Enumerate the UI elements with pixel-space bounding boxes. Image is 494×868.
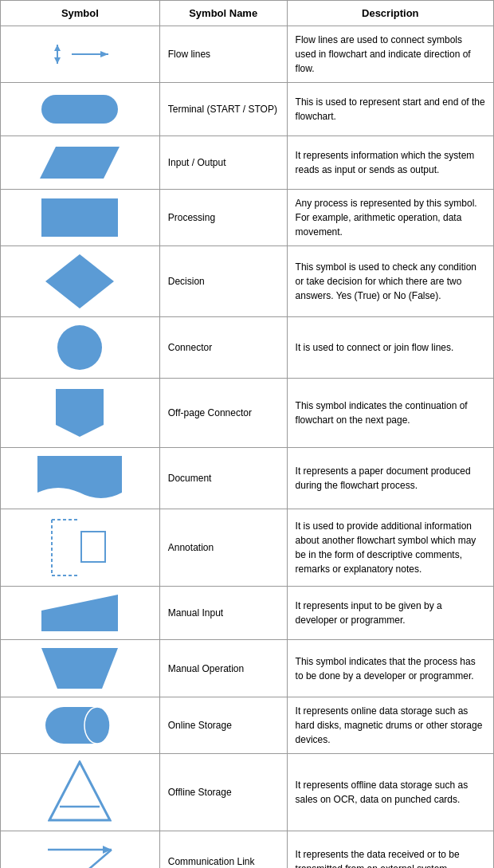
svg-marker-17 bbox=[41, 648, 118, 689]
table-row: Off-page ConnectorThis symbol indicates … bbox=[1, 379, 494, 448]
symbol-desc-online-storage: It represents online data storage such a… bbox=[287, 697, 493, 754]
svg-marker-9 bbox=[45, 254, 114, 308]
symbol-name-decision: Decision bbox=[159, 246, 287, 317]
table-row: Offline StorageIt represents offline dat… bbox=[1, 754, 494, 831]
symbol-name-document: Document bbox=[159, 448, 287, 509]
symbol-desc-processing: Any process is represented by this symbo… bbox=[287, 190, 493, 246]
svg-line-25 bbox=[84, 850, 112, 868]
symbol-cell-communication-link bbox=[1, 831, 160, 869]
symbol-cell-terminal bbox=[1, 83, 160, 136]
symbol-desc-offline-storage: It represents offline data storage such … bbox=[287, 754, 493, 831]
svg-rect-15 bbox=[81, 532, 105, 562]
symbol-name-processing: Processing bbox=[159, 190, 287, 246]
table-row: Online StorageIt represents online data … bbox=[1, 697, 494, 754]
symbol-name-input-output: Input / Output bbox=[159, 136, 287, 190]
table-row: Terminal (START / STOP)This is used to r… bbox=[1, 83, 494, 136]
symbol-name-online-storage: Online Storage bbox=[159, 697, 287, 754]
table-row: AnnotationIt is used to provide addition… bbox=[1, 509, 494, 587]
table-row: Manual OperationThis symbol indicates th… bbox=[1, 640, 494, 697]
svg-marker-3 bbox=[54, 57, 61, 64]
header-symbol: Symbol bbox=[1, 1, 160, 26]
svg-rect-8 bbox=[41, 198, 118, 237]
svg-marker-16 bbox=[41, 595, 118, 631]
symbol-desc-terminal: This is used to represent start and end … bbox=[287, 83, 493, 136]
symbol-name-manual-input: Manual Input bbox=[159, 587, 287, 640]
symbol-name-annotation: Annotation bbox=[159, 509, 287, 587]
symbol-name-connector: Connector bbox=[159, 317, 287, 379]
symbol-cell-manual-input bbox=[1, 587, 160, 640]
symbol-desc-manual-operation: This symbol indicates that the process h… bbox=[287, 640, 493, 697]
svg-marker-7 bbox=[40, 147, 120, 179]
symbol-desc-decision: This symbol is used to check any conditi… bbox=[287, 246, 493, 317]
svg-marker-5 bbox=[100, 51, 108, 57]
svg-rect-6 bbox=[41, 95, 118, 124]
flowchart-symbols-table: Symbol Symbol Name Description bbox=[0, 0, 494, 868]
symbol-name-offline-storage: Offline Storage bbox=[159, 754, 287, 831]
symbol-cell-connector bbox=[1, 317, 160, 379]
table-row: Flow linesFlow lines are used to connect… bbox=[1, 26, 494, 83]
symbol-cell-processing bbox=[1, 190, 160, 246]
symbol-desc-connector: It is used to connect or join flow lines… bbox=[287, 317, 493, 379]
symbol-desc-flow-lines: Flow lines are used to connect symbols u… bbox=[287, 26, 493, 83]
svg-marker-1 bbox=[54, 45, 61, 51]
symbol-desc-manual-input: It represents input to be given by a dev… bbox=[287, 587, 493, 640]
svg-point-10 bbox=[57, 325, 102, 370]
header-description: Description bbox=[287, 1, 493, 26]
symbol-desc-annotation: It is used to provide additional informa… bbox=[287, 509, 493, 587]
table-row: DecisionThis symbol is used to check any… bbox=[1, 246, 494, 317]
table-row: Communication LinkIt represents the data… bbox=[1, 831, 494, 869]
symbol-name-terminal: Terminal (START / STOP) bbox=[159, 83, 287, 136]
table-row: ProcessingAny process is represented by … bbox=[1, 190, 494, 246]
symbol-name-off-page-connector: Off-page Connector bbox=[159, 379, 287, 448]
table-row: Manual InputIt represents input to be gi… bbox=[1, 587, 494, 640]
symbol-desc-document: It represents a paper document produced … bbox=[287, 448, 493, 509]
symbol-cell-offline-storage bbox=[1, 754, 160, 831]
symbol-name-communication-link: Communication Link bbox=[159, 831, 287, 869]
symbol-cell-decision bbox=[1, 246, 160, 317]
symbol-cell-annotation bbox=[1, 509, 160, 587]
symbol-cell-off-page-connector bbox=[1, 379, 160, 448]
symbol-cell-manual-operation bbox=[1, 640, 160, 697]
symbol-name-flow-lines: Flow lines bbox=[159, 26, 287, 83]
table-row: DocumentIt represents a paper document p… bbox=[1, 448, 494, 509]
symbol-name-manual-operation: Manual Operation bbox=[159, 640, 287, 697]
symbol-cell-online-storage bbox=[1, 697, 160, 754]
header-name: Symbol Name bbox=[159, 1, 287, 26]
symbol-desc-off-page-connector: This symbol indicates the continuation o… bbox=[287, 379, 493, 448]
svg-marker-11 bbox=[56, 389, 104, 437]
symbol-cell-input-output bbox=[1, 136, 160, 190]
table-row: Input / OutputIt represents information … bbox=[1, 136, 494, 190]
symbol-cell-flow-lines bbox=[1, 26, 160, 83]
svg-marker-22 bbox=[49, 762, 110, 820]
symbol-cell-document bbox=[1, 448, 160, 509]
symbol-desc-communication-link: It represents the data received or to be… bbox=[287, 831, 493, 869]
table-row: ConnectorIt is used to connect or join f… bbox=[1, 317, 494, 379]
symbol-desc-input-output: It represents information which the syst… bbox=[287, 136, 493, 190]
